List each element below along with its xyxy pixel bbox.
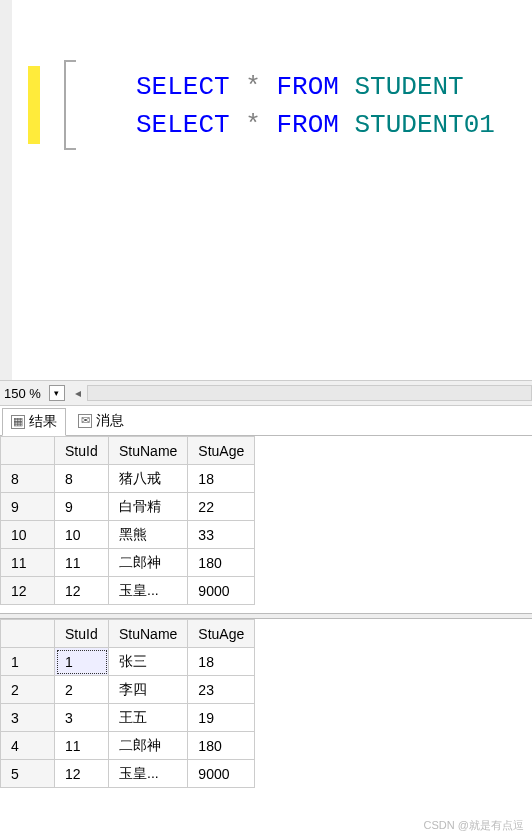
scroll-left-button[interactable]: ◂: [69, 386, 87, 400]
table-row[interactable]: 1111二郎神180: [1, 549, 255, 577]
row-number[interactable]: 4: [1, 732, 55, 760]
row-number[interactable]: 3: [1, 704, 55, 732]
row-number[interactable]: 9: [1, 493, 55, 521]
cell[interactable]: 18: [188, 648, 255, 676]
cell[interactable]: 12: [55, 577, 109, 605]
table-row[interactable]: 1212玉皇...9000: [1, 577, 255, 605]
cell[interactable]: 22: [188, 493, 255, 521]
row-number[interactable]: 11: [1, 549, 55, 577]
row-number[interactable]: 2: [1, 676, 55, 704]
column-header[interactable]: StuAge: [188, 620, 255, 648]
cell[interactable]: 张三: [109, 648, 188, 676]
table-row[interactable]: 411二郎神180: [1, 732, 255, 760]
cell[interactable]: 8: [55, 465, 109, 493]
row-header-corner: [1, 620, 55, 648]
cell[interactable]: 12: [55, 760, 109, 788]
row-number[interactable]: 10: [1, 521, 55, 549]
cell[interactable]: 180: [188, 549, 255, 577]
table-row[interactable]: 512玉皇...9000: [1, 760, 255, 788]
cell[interactable]: 9000: [188, 760, 255, 788]
table-row[interactable]: 99白骨精22: [1, 493, 255, 521]
cell[interactable]: 180: [188, 732, 255, 760]
column-header[interactable]: StuName: [109, 620, 188, 648]
cell[interactable]: 19: [188, 704, 255, 732]
column-header[interactable]: StuAge: [188, 437, 255, 465]
results-grid-1[interactable]: StuIdStuNameStuAge88猪八戒1899白骨精221010黑熊33…: [0, 436, 255, 605]
row-number[interactable]: 1: [1, 648, 55, 676]
editor-gutter: [12, 0, 52, 380]
cell[interactable]: 玉皇...: [109, 577, 188, 605]
row-number[interactable]: 5: [1, 760, 55, 788]
zoom-value[interactable]: 150 %: [0, 386, 49, 401]
cell[interactable]: 猪八戒: [109, 465, 188, 493]
cell[interactable]: 3: [55, 704, 109, 732]
table-row[interactable]: 1010黑熊33: [1, 521, 255, 549]
table-row[interactable]: 33王五19: [1, 704, 255, 732]
cell[interactable]: 2: [55, 676, 109, 704]
cell[interactable]: 王五: [109, 704, 188, 732]
results-pane: StuIdStuNameStuAge88猪八戒1899白骨精221010黑熊33…: [0, 436, 532, 837]
cell[interactable]: 9: [55, 493, 109, 521]
cell[interactable]: 18: [188, 465, 255, 493]
tab-messages-label: 消息: [96, 412, 124, 430]
watermark: CSDN @就是有点逗: [424, 818, 524, 833]
sql-editor[interactable]: SELECT * FROM STUDENTSELECT * FROM STUDE…: [0, 0, 532, 380]
horizontal-scrollbar[interactable]: [87, 385, 532, 401]
cell[interactable]: 23: [188, 676, 255, 704]
cell[interactable]: 9000: [188, 577, 255, 605]
column-header[interactable]: StuId: [55, 437, 109, 465]
cell[interactable]: 11: [55, 549, 109, 577]
code-area[interactable]: SELECT * FROM STUDENTSELECT * FROM STUDE…: [136, 68, 495, 144]
results-grid-2[interactable]: StuIdStuNameStuAge11张三1822李四2333王五19411二…: [0, 619, 255, 788]
cell[interactable]: 1: [55, 648, 109, 676]
cell[interactable]: 玉皇...: [109, 760, 188, 788]
cell[interactable]: 李四: [109, 676, 188, 704]
table-row[interactable]: 11张三18: [1, 648, 255, 676]
grid-icon: ▦: [11, 415, 25, 429]
tab-results[interactable]: ▦ 结果: [2, 408, 66, 436]
column-header[interactable]: StuName: [109, 437, 188, 465]
cell[interactable]: 白骨精: [109, 493, 188, 521]
cell[interactable]: 10: [55, 521, 109, 549]
tab-results-label: 结果: [29, 413, 57, 431]
tab-messages[interactable]: ✉ 消息: [70, 408, 132, 434]
cell[interactable]: 11: [55, 732, 109, 760]
cell[interactable]: 33: [188, 521, 255, 549]
row-number[interactable]: 12: [1, 577, 55, 605]
row-number[interactable]: 8: [1, 465, 55, 493]
change-marker: [28, 66, 40, 144]
results-tabs: ▦ 结果 ✉ 消息: [0, 406, 532, 436]
row-header-corner: [1, 437, 55, 465]
zoom-bar: 150 % ▾ ◂: [0, 380, 532, 406]
column-header[interactable]: StuId: [55, 620, 109, 648]
zoom-dropdown[interactable]: ▾: [49, 385, 65, 401]
messages-icon: ✉: [78, 414, 92, 428]
fold-bracket[interactable]: [64, 60, 76, 150]
table-row[interactable]: 22李四23: [1, 676, 255, 704]
cell[interactable]: 黑熊: [109, 521, 188, 549]
table-row[interactable]: 88猪八戒18: [1, 465, 255, 493]
cell[interactable]: 二郎神: [109, 549, 188, 577]
cell[interactable]: 二郎神: [109, 732, 188, 760]
